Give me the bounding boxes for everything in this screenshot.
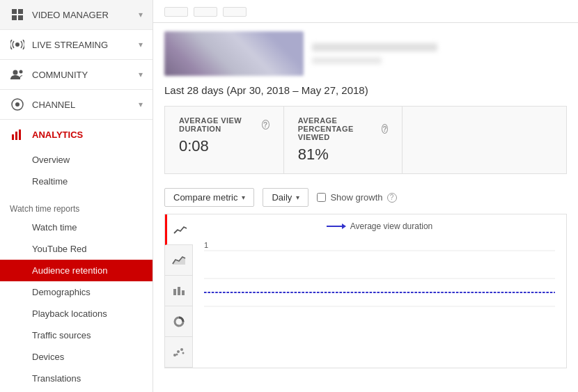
svg-rect-9: [12, 134, 14, 140]
chevron-down-icon: ▾: [139, 40, 143, 49]
svg-rect-0: [12, 9, 17, 14]
community-icon: [10, 67, 25, 82]
metric-empty: [403, 107, 566, 173]
sidebar-item-live-streaming[interactable]: LIVE STREAMING ▾: [0, 30, 153, 59]
svg-rect-12: [173, 289, 176, 295]
chart-svg: [204, 237, 555, 327]
tab-button-3[interactable]: [223, 7, 247, 17]
video-title-blur: [312, 43, 437, 52]
chart-legend: Average view duration: [204, 221, 555, 231]
sidebar: VIDEO MANAGER ▾ LIVE STREAMING ▾: [0, 0, 153, 392]
svg-rect-10: [15, 132, 17, 140]
top-tabs: [153, 0, 578, 23]
svg-rect-14: [182, 290, 185, 295]
svg-point-16: [173, 354, 176, 356]
metrics-bar: AVERAGE VIEW DURATION ? 0:08 AVERAGE PER…: [164, 106, 567, 174]
chart-type-icons: [165, 214, 193, 368]
scatter-chart-icon[interactable]: [165, 337, 193, 368]
grid-icon: [10, 7, 25, 22]
metric-value-avg-view-duration: 0:08: [179, 137, 270, 155]
svg-rect-1: [18, 9, 23, 14]
sidebar-section-channel: CHANNEL ▾: [0, 90, 153, 120]
sidebar-section-community: COMMUNITY ▾: [0, 60, 153, 90]
sidebar-item-realtime[interactable]: Realtime: [0, 171, 153, 192]
sidebar-item-watch-time[interactable]: Watch time: [0, 217, 153, 238]
info-icon-avg-view-duration[interactable]: ?: [262, 120, 270, 130]
show-growth-info-icon[interactable]: ?: [387, 193, 397, 203]
daily-dropdown[interactable]: Daily ▾: [263, 188, 308, 207]
analytics-subitems: Overview Realtime Watch time reports Wat…: [0, 149, 153, 392]
video-title-area: [312, 43, 567, 64]
sidebar-item-translations[interactable]: Translations: [0, 368, 153, 389]
sidebar-item-channel[interactable]: CHANNEL ▾: [0, 90, 153, 119]
tab-button-1[interactable]: [164, 7, 188, 17]
metric-avg-view-duration: AVERAGE VIEW DURATION ? 0:08: [165, 107, 284, 173]
sidebar-item-analytics[interactable]: ANALYTICS: [0, 120, 153, 149]
live-icon: [10, 37, 25, 52]
main-content: Last 28 days (Apr 30, 2018 – May 27, 201…: [153, 0, 578, 392]
svg-point-6: [19, 70, 23, 74]
tab-button-2[interactable]: [194, 7, 217, 17]
sidebar-section-video-manager: VIDEO MANAGER ▾: [0, 0, 153, 30]
chart-legend-label: Average view duration: [350, 221, 433, 231]
svg-marker-22: [342, 224, 346, 229]
line-chart-icon[interactable]: [165, 214, 193, 245]
chevron-down-icon: ▾: [139, 100, 143, 109]
compare-metric-label: Compare metric: [173, 192, 237, 203]
sidebar-item-label: LIVE STREAMING: [32, 40, 108, 50]
svg-point-4: [15, 42, 19, 47]
sidebar-item-traffic-sources[interactable]: Traffic sources: [0, 324, 153, 346]
video-preview-row: [153, 23, 578, 81]
chart-toolbar: Compare metric ▾ Daily ▾ Show growth ?: [153, 184, 578, 214]
sidebar-item-community[interactable]: COMMUNITY ▾: [0, 60, 153, 89]
video-sub-blur: [312, 57, 382, 64]
sidebar-item-demographics[interactable]: Demographics: [0, 281, 153, 303]
show-growth-label[interactable]: Show growth ?: [317, 192, 396, 203]
sidebar-item-audience-retention[interactable]: Audience retention: [0, 260, 153, 281]
svg-rect-11: [19, 130, 21, 140]
svg-rect-13: [178, 287, 180, 295]
svg-point-18: [180, 348, 183, 351]
svg-point-20: [182, 352, 185, 354]
bar-chart-icon[interactable]: [165, 276, 193, 306]
channel-icon: [10, 97, 25, 112]
sidebar-item-video-manager[interactable]: VIDEO MANAGER ▾: [0, 0, 153, 29]
sidebar-item-overview[interactable]: Overview: [0, 149, 153, 171]
sidebar-item-youtube-red[interactable]: YouTube Red: [0, 238, 153, 260]
sidebar-item-devices[interactable]: Devices: [0, 346, 153, 368]
sidebar-section-live-streaming: LIVE STREAMING ▾: [0, 30, 153, 60]
video-thumbnail: [164, 31, 304, 76]
svg-point-5: [13, 70, 18, 75]
metric-label-avg-pct-viewed: AVERAGE PERCENTAGE VIEWED ?: [298, 116, 389, 141]
info-icon-avg-pct-viewed[interactable]: ?: [382, 124, 388, 134]
daily-arrow: ▾: [296, 194, 299, 201]
donut-chart-icon[interactable]: [165, 306, 193, 337]
compare-metric-arrow: ▾: [242, 194, 245, 201]
metric-value-avg-pct-viewed: 81%: [298, 146, 389, 164]
sidebar-group-watch-time-reports: Watch time reports: [0, 198, 153, 217]
sidebar-item-label: CHANNEL: [32, 100, 75, 110]
show-growth-text: Show growth: [330, 192, 382, 203]
svg-rect-3: [18, 15, 23, 20]
sidebar-item-playback-locations[interactable]: Playback locations: [0, 303, 153, 324]
svg-rect-2: [12, 15, 17, 20]
daily-label: Daily: [272, 192, 292, 203]
svg-point-19: [176, 353, 178, 355]
sidebar-item-label: COMMUNITY: [32, 70, 88, 80]
chevron-down-icon: ▾: [139, 10, 143, 19]
date-range: Last 28 days (Apr 30, 2018 – May 27, 201…: [153, 81, 578, 106]
show-growth-checkbox[interactable]: [317, 193, 326, 202]
analytics-icon: [10, 127, 25, 142]
metric-label-avg-view-duration: AVERAGE VIEW DURATION ?: [179, 116, 270, 133]
area-chart-icon[interactable]: [165, 245, 193, 276]
svg-point-17: [177, 350, 180, 353]
sidebar-item-label: ANALYTICS: [32, 130, 83, 140]
svg-point-8: [15, 102, 19, 107]
sidebar-item-label: VIDEO MANAGER: [32, 10, 109, 20]
chart-number: 1: [204, 241, 208, 249]
compare-metric-dropdown[interactable]: Compare metric ▾: [164, 188, 254, 207]
sidebar-section-analytics: ANALYTICS Overview Realtime Watch time r…: [0, 120, 153, 392]
chevron-down-icon: ▾: [139, 70, 143, 79]
chart-main: Average view duration 1: [193, 214, 566, 368]
metric-avg-pct-viewed: AVERAGE PERCENTAGE VIEWED ? 81%: [284, 107, 403, 173]
